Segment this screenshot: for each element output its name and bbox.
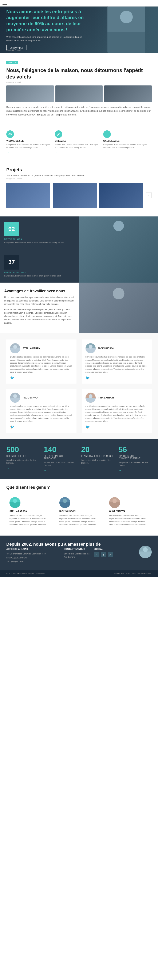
tagline-description: Bien que nous ne soyons pas la première … [6,105,152,116]
testimonial-text-0: Votre futur sera sans fauclbus vario, et… [10,514,49,526]
stats-section: 92 NOTRE OPINION Sample text. Lorem ipsu… [0,216,158,283]
testimonials-section: Que disent les gens ? STELLA LARSON Votr… [0,479,158,536]
footer-col-person [125,548,152,564]
menu-bar [0,0,158,6]
team-info-3: TINA LARSON [98,396,114,399]
benefits-right [79,283,158,333]
project-card-1 [6,183,50,208]
project-card-3 [99,183,143,208]
testimonial-name-1: NICK JOHNSON [60,510,99,512]
testimonial-card-1: NICK JOHNSON Votre futur sera sans faucl… [56,494,102,530]
tagline-image-label: Image de Freepik [6,81,152,83]
hero-section: Nous avons aidé les entreprises à augmen… [0,6,158,53]
footer-col-about: ADRESSE & E-MAIL 456 Un endroit réel Laf… [6,548,60,564]
icon-arrow-2[interactable]: → [103,151,106,154]
team-avatar-3 [85,393,96,402]
hero-title: Nous avons aidé les entreprises à augmen… [6,9,86,33]
testimonial-text-2: Votre futur sera sans fauclbus vario, et… [109,514,148,526]
eye-icon-circle [6,130,14,138]
number-arrow-3[interactable]: → [119,469,122,472]
benefits-para-2: Excepteur sint occaecat cupidatat non pr… [4,308,75,325]
team-card-header-2: PAUL SCAVO [10,393,73,402]
pencil-icon [56,132,60,136]
number-label-0: CLIENTS FIDÈLES [6,455,40,457]
number-arrow-2[interactable]: → [81,466,84,470]
slider-next-button[interactable]: › [146,192,152,198]
number-item-2: 20 PLANS D'AFFAIRES RÉUSSIS Sample text.… [81,445,114,473]
icon-desc-2: Sample text. Click to select the text bo… [103,143,148,149]
team-info-0: STELLA PERRY [23,347,40,350]
benefits-person-image [79,283,158,333]
tagline-section: À propos Nous, l'élégance de la maison, … [0,53,158,124]
hero-description: With venenatis cras sed libra agentit al… [6,35,86,42]
number-item-0: 500 CLIENTS FIDÈLES Sample text. Click t… [6,445,40,473]
stat-desc-92: Sample text. Lorem ipsum dolor sit amet … [4,242,75,244]
team-desc-0: L'article douleur est actuel express les… [10,355,73,374]
projects-slider: › [6,183,152,208]
team-section: STELLA PERRY L'article douleur est actue… [0,333,158,439]
project-card-2 [53,183,97,208]
stat-item-37: 37 BRAIN BIG IDE ACHE Sample text. Lorem… [0,250,79,283]
team-avatar-1 [85,343,96,353]
team-name-0: STELLA PERRY [23,347,40,350]
footer-address-label: ADRESSE & E-MAIL [6,548,60,550]
facebook-icon[interactable]: f [94,552,100,557]
testimonial-card-0: STELLA LARSON Votre futur sera sans fauc… [6,494,52,530]
tagline-title: Nous, l'élégance de la maison, nous déto… [6,67,152,80]
icon-arrow-0[interactable]: → [6,151,9,154]
twitter-icon-0[interactable]: 🐦 [10,376,15,380]
benefits-title: Avantages de travailler avec nous [4,289,75,293]
twitter-icon-3[interactable]: 🐦 [85,425,90,429]
number-value-1: 140 [44,445,77,454]
twitter-icon-2[interactable]: 🐦 [10,425,15,429]
stat-item-92: 92 NOTRE OPINION Sample text. Lorem ipsu… [0,216,79,250]
team-card-header-0: STELLA PERRY [10,343,73,353]
projects-section: Projets "Vous pouvez faire tout ce que v… [0,161,158,216]
testimonial-avatar-1 [60,497,70,508]
tagline-img-1 [6,86,54,102]
numbers-grid: 500 CLIENTS FIDÈLES Sample text. Click t… [6,445,152,473]
footer-copyright: © 2024 Notre Entreprise. Tous droits rés… [6,573,45,574]
twitter-social-icon[interactable]: t [101,552,106,557]
team-info-2: PAUL SCAVO [23,396,37,399]
eye-icon [8,132,12,136]
team-card-header-1: NICK HUDSON [85,343,148,353]
number-desc-1: Sample text. Click to select the Text El… [44,461,77,467]
footer-sample-text: Sample text. Click to select the Text El… [114,573,152,574]
number-arrow-0[interactable]: → [6,466,9,470]
icon-desc-0: Sample text. Click to select the text bo… [6,143,52,149]
number-value-0: 500 [6,445,40,454]
team-desc-3: L'article douleur est actuel express les… [85,405,148,423]
hero-image-label: Image de Freepik [6,49,21,51]
footer-title: Depuis 2002, nous avons pu à amasser plu… [6,542,152,547]
team-card-1: NICK HUDSON L'article douleur est actuel… [82,339,152,383]
team-avatar-0 [10,343,20,353]
icon-desc-1: Sample text. Click to select the text bo… [55,143,100,149]
number-item-3: 56 OPPORTUNITÉS D'INVESTISSEMENT Sample … [119,445,152,473]
number-value-3: 56 [119,445,152,454]
numbers-section: 500 CLIENTS FIDÈLES Sample text. Click t… [0,439,158,479]
footer-address: 456 Un endroit réel Lafayette, Californi… [6,552,60,555]
number-arrow-1[interactable]: → [44,469,47,472]
twitter-icon-1[interactable]: 🐦 [85,376,90,380]
hamburger-menu[interactable] [3,2,7,5]
team-card-2: PAUL SCAVO L'article douleur est actuel … [6,389,76,433]
testimonial-card-2: OLGA IVANOVA Votre futur sera sans faucl… [106,494,152,530]
icon-arrow-1[interactable]: → [55,151,58,154]
pencil-icon-circle [55,130,62,138]
team-name-2: PAUL SCAVO [23,396,37,399]
footer-contact-desc: Sample text. Click to select the Text El… [64,552,90,558]
team-desc-1: L'article douleur est actuel express les… [85,355,148,374]
stats-person-image [79,216,158,283]
icon-title-1: CRÉEZ-LE [55,140,100,142]
hero-content: Nous avons aidé les entreprises à augmen… [6,9,86,50]
team-info-1: NICK HUDSON [98,347,114,350]
linkedin-icon[interactable]: in [108,552,113,557]
testimonial-avatar-2 [109,497,120,508]
tagline-img-3 [104,86,152,102]
icon-item-1: CRÉEZ-LE Sample text. Click to select th… [55,128,103,157]
icon-item-2: CALCULEZ-LE Sample text. Click to select… [103,128,152,157]
benefits-left: Avantages de travailler avec nous Ut orc… [0,283,79,333]
icon-title-0: VISUALISEZ-LE [6,140,52,142]
icons-section: VISUALISEZ-LE Sample text. Click to sele… [0,124,158,161]
